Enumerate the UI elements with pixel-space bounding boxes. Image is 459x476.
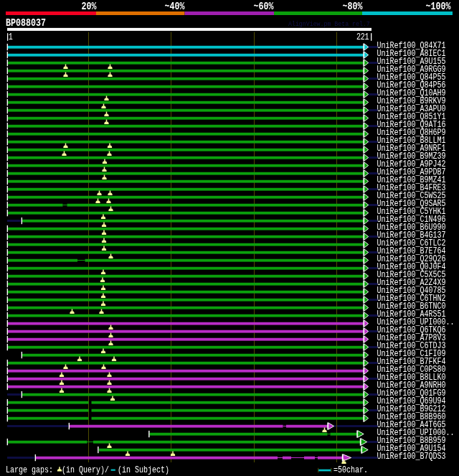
svg-text:AlignView.pm Beta rel.7: AlignView.pm Beta rel.7 — [288, 19, 370, 28]
svg-text:~80%: ~80% — [343, 0, 363, 12]
svg-text:~60%: ~60% — [254, 0, 274, 12]
svg-text:=50char.: =50char. — [333, 465, 368, 475]
svg-text:~40%: ~40% — [165, 0, 185, 12]
svg-text:221: 221 — [356, 32, 369, 42]
svg-text:~100%: ~100% — [426, 0, 451, 12]
svg-text:20%: 20% — [82, 0, 97, 12]
svg-text:(in Subject): (in Subject) — [118, 465, 169, 475]
svg-text:1: 1 — [9, 32, 13, 42]
svg-text:(in Query)/: (in Query)/ — [62, 465, 109, 475]
svg-text:UniRef100_B7QDS3: UniRef100_B7QDS3 — [377, 452, 445, 461]
svg-text:Large gaps:: Large gaps: — [6, 465, 57, 475]
svg-text:BP088037: BP088037 — [6, 17, 46, 29]
